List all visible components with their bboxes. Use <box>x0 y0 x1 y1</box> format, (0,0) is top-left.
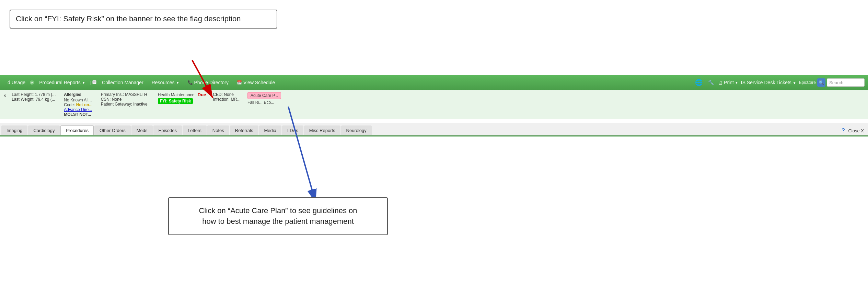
service-desk-label: IS Service Desk Tickets <box>741 80 791 85</box>
service-desk-dropdown-icon: ▼ <box>793 81 796 85</box>
code-value: Not on... <box>76 102 93 107</box>
print-button[interactable]: 🖨 Print ▼ <box>718 80 738 85</box>
code-line: Code: Not on... <box>64 102 92 107</box>
search-icon: 🔍 <box>819 80 824 85</box>
allergy-item: No Known All... <box>64 98 92 102</box>
calendar-icon: 📅 <box>237 80 242 85</box>
allergies-label: Allergies <box>64 92 92 97</box>
annotation-bottom: Click on “Acute Care Plan” to see guidel… <box>168 197 388 235</box>
molst-item: MOLST NOT... <box>64 112 92 117</box>
allergies-section: Allergies No Known All... Code: Not on..… <box>64 92 92 117</box>
fall-risk-line: Fall Ri... Eco... <box>247 100 281 105</box>
tab-imaging-label: Imaging <box>7 128 22 133</box>
search-input-display[interactable]: Search <box>827 78 865 87</box>
service-desk-button[interactable]: IS Service Desk Tickets ▼ <box>741 80 796 85</box>
wrench-icon-btn[interactable]: 🔧 <box>707 79 715 86</box>
csn-line: CSN: None <box>101 97 148 102</box>
nav-item-procedural-reports-label: Procedural Reports <box>39 80 81 85</box>
nav-item-usage-label: d Usage <box>8 80 25 85</box>
help-button[interactable]: ? <box>842 128 845 134</box>
banner-close-button[interactable]: × <box>3 93 6 98</box>
patient-stats: Last Height: 1.778 m (... Last Weight: 7… <box>12 92 56 102</box>
tab-procedures[interactable]: Procedures <box>60 125 93 135</box>
search-area: EpicCare 🔍 Search <box>799 78 865 87</box>
fyi-safety-risk-button[interactable]: FYI: Safety Risk <box>158 98 193 104</box>
nav-item-view-schedule[interactable]: 📅 View Schedule <box>233 78 279 87</box>
hm-status: Due <box>198 92 206 97</box>
tab-neurology[interactable]: Neurology <box>341 125 372 135</box>
flags-section: Health Maintenance: Due FYI: Safety Risk <box>158 92 206 104</box>
resources-dropdown-icon: ▼ <box>176 81 180 85</box>
tab-episodes[interactable]: Episodes <box>153 125 182 135</box>
patient-gateway-line: Patient Gateway: Inactive <box>101 102 148 107</box>
primary-ins-section: Primary Ins.: MASSHLTH CSN: None Patient… <box>101 92 148 107</box>
epiccare-label: EpicCare <box>799 80 816 85</box>
nav-item-procedural-reports[interactable]: Procedural Reports ▼ <box>35 78 90 87</box>
svg-point-0 <box>30 80 34 85</box>
tab-media-label: Media <box>264 128 276 133</box>
nav-bar: d Usage Procedural Reports ▼ | Collectio… <box>0 75 868 90</box>
primary-ins-line: Primary Ins.: MASSHLTH <box>101 92 148 97</box>
infection-line: Infection: MR... <box>213 97 241 102</box>
tab-notes-label: Notes <box>212 128 224 133</box>
search-placeholder: Search <box>829 80 843 85</box>
tab-media[interactable]: Media <box>259 125 281 135</box>
tab-misc-reports-label: Misc Reports <box>309 128 335 133</box>
tab-other-orders-label: Other Orders <box>100 128 126 133</box>
code-label: Code: <box>64 102 75 107</box>
nav-item-resources-label: Resources <box>152 80 175 85</box>
search-icon-button[interactable]: 🔍 <box>817 78 825 87</box>
tab-cardiology[interactable]: Cardiology <box>28 125 60 135</box>
procedural-reports-dropdown-icon: ▼ <box>82 81 85 85</box>
tab-procedures-label: Procedures <box>66 128 88 133</box>
tab-meds-label: Meds <box>137 128 148 133</box>
tab-misc-reports[interactable]: Misc Reports <box>304 125 340 135</box>
close-button[interactable]: Close X <box>848 128 864 133</box>
fyi-flag-row: FYI: Safety Risk <box>158 98 206 104</box>
print-dropdown-icon: ▼ <box>735 81 738 85</box>
nav-item-usage[interactable]: d Usage <box>3 78 30 87</box>
content-area <box>0 135 868 285</box>
tab-cardiology-label: Cardiology <box>33 128 55 133</box>
phone-icon: 📞 <box>188 80 193 85</box>
patient-banner: × Last Height: 1.778 m (... Last Weight:… <box>0 90 868 119</box>
nav-item-resources[interactable]: Resources ▼ <box>148 78 184 87</box>
acute-care-plan-button[interactable]: Acute Care P... <box>247 92 281 99</box>
tab-neurology-label: Neurology <box>346 128 367 133</box>
tabs-right: ? Close X <box>842 128 867 135</box>
tab-referrals[interactable]: Referrals <box>230 125 258 135</box>
tab-other-orders[interactable]: Other Orders <box>94 125 131 135</box>
advance-directive[interactable]: Advance Dire... <box>64 107 92 112</box>
weight-stat: Last Weight: 79.4 kg (... <box>12 97 56 102</box>
printer-icon: 🖨 <box>718 80 723 85</box>
banner-row1: × Last Height: 1.778 m (... Last Weight:… <box>3 92 865 117</box>
globe-icon-btn[interactable]: 🌐 <box>694 78 704 87</box>
height-stat: Last Height: 1.778 m (... <box>12 92 56 97</box>
ced-section: CED: None Infection: MR... <box>213 92 241 102</box>
annotation-top: Click on “FYI: Safety Risk” on the banne… <box>10 10 277 29</box>
tab-notes[interactable]: Notes <box>207 125 229 135</box>
tab-referrals-label: Referrals <box>235 128 253 133</box>
tab-ldas-label: LDAs <box>287 128 298 133</box>
acute-care-section: Acute Care P... Fall Ri... Eco... <box>247 92 281 105</box>
tab-letters-label: Letters <box>188 128 201 133</box>
tab-imaging[interactable]: Imaging <box>1 125 27 135</box>
tab-ldas[interactable]: LDAs <box>282 125 303 135</box>
nav-item-collection-manager-label: Collection Manager <box>102 80 143 85</box>
hm-flag-row: Health Maintenance: Due <box>158 92 206 97</box>
nav-item-phone-directory[interactable]: 📞 Phone Directory <box>184 78 233 87</box>
hm-label: Health Maintenance: <box>158 92 196 97</box>
ced-line: CED: None <box>213 92 241 97</box>
print-label: Print <box>724 80 734 85</box>
nav-item-collection-manager[interactable]: Collection Manager <box>98 78 148 87</box>
tabs-bar: Imaging Cardiology Procedures Other Orde… <box>0 123 868 135</box>
nav-right: 🌐 🔧 🖨 Print ▼ IS Service Desk Tickets ▼ … <box>694 78 865 87</box>
tab-letters[interactable]: Letters <box>183 125 207 135</box>
nav-item-phone-directory-label: Phone Directory <box>194 80 229 85</box>
tab-episodes-label: Episodes <box>159 128 177 133</box>
tab-meds[interactable]: Meds <box>131 125 153 135</box>
nav-item-view-schedule-label: View Schedule <box>243 80 275 85</box>
